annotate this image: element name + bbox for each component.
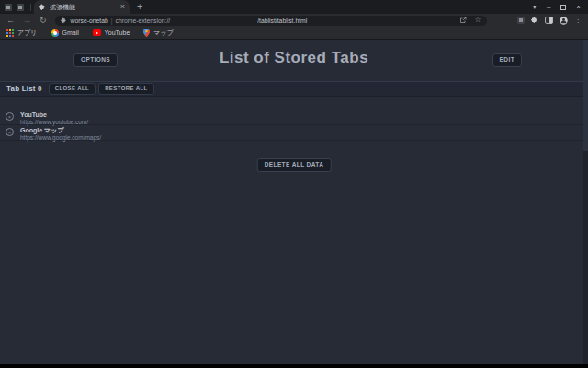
tab-separator	[30, 4, 31, 11]
menu-kebab-icon[interactable]: ⋮	[574, 17, 582, 24]
bookmarks-bar: アプリ Gmail YouTube マップ	[0, 27, 588, 40]
share-icon[interactable]	[459, 17, 467, 24]
tab-group-bar: Tab List 0 CLOSE ALL RESTORE ALL	[0, 81, 588, 97]
list-item[interactable]: × YouTube https://www.youtube.com/	[0, 109, 588, 125]
stored-tab-title[interactable]: Google マップ	[20, 127, 588, 134]
browser-toolbar: ← → ↻ worse-onetab | chrome-extension://…	[0, 14, 588, 27]
extensions-icon[interactable]	[531, 17, 538, 24]
window-bottom-edge	[0, 364, 588, 368]
stored-tab-title[interactable]: YouTube	[20, 111, 588, 119]
tab-search-icon[interactable]: ▾	[533, 4, 537, 11]
close-circle-icon[interactable]: ×	[6, 128, 14, 136]
browser-window: 拡張機能 × + ▾ – × ← → ↻ worse-onetab | chro…	[0, 0, 588, 368]
toolbar-actions: ⋮	[517, 17, 582, 25]
pinned-tab-1[interactable]	[5, 4, 12, 11]
gmail-icon	[51, 29, 59, 37]
url-scheme: chrome-extension://	[116, 17, 171, 24]
back-icon[interactable]: ←	[6, 17, 15, 25]
new-tab-icon[interactable]: +	[137, 2, 142, 12]
close-window-icon[interactable]: ×	[576, 4, 581, 11]
tab-title: 拡張機能	[50, 3, 120, 12]
extension-puzzle-icon	[39, 4, 46, 11]
bookmark-star-icon[interactable]: ☆	[474, 17, 481, 24]
close-all-button[interactable]: CLOSE ALL	[49, 83, 96, 96]
scrollbar-thumb[interactable]	[583, 40, 588, 151]
window-controls: ▾ – ×	[533, 4, 588, 11]
bookmark-gmail[interactable]: Gmail	[51, 29, 79, 37]
bookmark-label: マップ	[153, 29, 174, 38]
youtube-icon	[93, 29, 101, 36]
profile-avatar-icon[interactable]	[560, 17, 568, 25]
url-path: /tablist/tablist.html	[257, 17, 307, 24]
tab-group-name: Tab List 0	[6, 85, 42, 93]
extension-puzzle-icon	[61, 17, 67, 24]
minimize-icon[interactable]: –	[547, 4, 550, 11]
scrollbar[interactable]	[583, 40, 588, 364]
bookmark-maps[interactable]: マップ	[143, 29, 174, 38]
edit-button[interactable]: EDIT	[492, 53, 522, 67]
url-extension-name: worse-onetab	[71, 17, 108, 24]
bookmark-youtube[interactable]: YouTube	[93, 29, 130, 36]
close-tab-icon[interactable]: ×	[120, 3, 125, 11]
reload-icon[interactable]: ↻	[40, 17, 47, 25]
url-separator: |	[111, 17, 113, 24]
list-item[interactable]: × Google マップ https://www.google.com/maps…	[0, 125, 588, 141]
generic-page-icon	[6, 6, 10, 9]
bookmark-label: Gmail	[62, 29, 79, 36]
tablist-page: OPTIONS List of Stored Tabs EDIT Tab Lis…	[0, 40, 588, 364]
stored-tab-url: https://www.youtube.com/	[20, 119, 588, 126]
bookmark-label: アプリ	[17, 29, 38, 38]
maximize-icon[interactable]	[560, 5, 566, 10]
forward-icon[interactable]: →	[23, 17, 31, 25]
generic-page-icon	[18, 6, 22, 9]
tab-strip: 拡張機能 × + ▾ – ×	[0, 0, 588, 14]
restore-all-button[interactable]: RESTORE ALL	[98, 83, 153, 96]
delete-all-data-button[interactable]: DELETE ALL DATA	[257, 158, 332, 172]
active-tab[interactable]: 拡張機能 ×	[34, 0, 130, 14]
pinned-tab-2[interactable]	[17, 4, 24, 11]
extension-glyph	[519, 18, 523, 22]
close-circle-icon[interactable]: ×	[6, 112, 14, 121]
stored-tab-url: https://www.google.com/maps/	[20, 134, 588, 142]
bookmark-label: YouTube	[105, 29, 130, 36]
side-panel-icon[interactable]	[545, 17, 553, 24]
pinned-extension-icon[interactable]	[517, 17, 525, 24]
address-bar[interactable]: worse-onetab | chrome-extension:// /tabl…	[55, 16, 487, 26]
google-maps-icon	[143, 29, 150, 37]
stored-tabs-list: × YouTube https://www.youtube.com/ × Goo…	[0, 109, 588, 141]
bookmark-apps[interactable]: アプリ	[6, 29, 38, 38]
apps-grid-icon	[6, 29, 14, 37]
